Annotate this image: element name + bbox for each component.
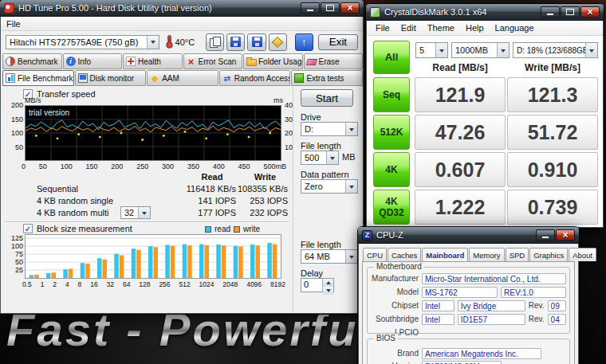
tab-extra-tests[interactable]: Extra tests [291, 70, 363, 86]
tab-mainboard[interactable]: Mainboard [422, 248, 468, 261]
tab-label: Info [78, 57, 92, 66]
x-tick-label: 1024 [199, 280, 214, 288]
4k-write-value: 0.910 [507, 152, 598, 187]
model-revision-value: REV:1.0 [501, 287, 566, 298]
tab-benchmark[interactable]: Benchmark [2, 53, 62, 69]
transfer-speed-label: Transfer speed [37, 89, 96, 99]
tab-label: Erase [319, 57, 340, 66]
cdm-titlebar[interactable]: CrystalDiskMark 3.0.1 x64 [366, 4, 604, 21]
x-tick-label: 250 [136, 162, 148, 170]
write-legend-swatch [234, 226, 240, 233]
southbridge-vendor-value: Intel [422, 314, 454, 325]
seq-write-value: 121.3 [507, 77, 598, 112]
cdm-caption-buttons [541, 6, 600, 18]
tab-random-access[interactable]: Random Access [219, 70, 291, 86]
x-tick-label: 512 [179, 280, 190, 288]
file-length-unit: MB [342, 152, 356, 162]
spin-up-icon[interactable] [323, 279, 333, 287]
menu-item[interactable]: Help [460, 23, 490, 33]
chipset-row: Chipset Intel Ivy Bridge Rev. 09 [371, 299, 566, 311]
close-button[interactable] [340, 2, 360, 14]
x-tick-label: 300 [162, 162, 174, 170]
cpuz-tabs: CPU Caches Mainboard Memory SPD Graphics… [363, 248, 597, 261]
tab-memory[interactable]: Memory [469, 248, 504, 261]
4k-qd32-test-button[interactable]: 4K QD32 [373, 190, 410, 225]
aam-icon [150, 73, 159, 83]
tab-about[interactable]: About [569, 248, 596, 261]
tab-folder-usage[interactable]: Folder Usage [243, 53, 303, 69]
block-file-length-select[interactable]: 64 MB [301, 249, 358, 264]
crystaldiskmark-window: CrystalDiskMark 3.0.1 x64 FileEditThemeH… [366, 4, 604, 228]
target-drive-select[interactable]: D: [301, 122, 358, 136]
monitor-icon [78, 73, 88, 83]
512k-test-button[interactable]: 512K [373, 115, 410, 150]
file-length-select[interactable]: 500 [301, 151, 339, 165]
close-button[interactable] [580, 6, 600, 18]
minimize-button[interactable] [541, 6, 560, 18]
data-pattern-select[interactable]: Zero [301, 179, 358, 194]
target-drive-value: D: [305, 124, 345, 134]
tab-info[interactable]: Info [63, 53, 123, 69]
data-pattern-value: Zero [305, 182, 345, 191]
folder-icon [246, 57, 256, 66]
queue-depth-select[interactable]: 32 [120, 206, 151, 219]
drive-model-select[interactable]: Hitachi HTS727575A9E (750 gB) [6, 35, 159, 49]
y-right-unit: ms [273, 96, 283, 104]
tab-erase[interactable]: Erase [304, 53, 364, 69]
4k-test-button[interactable]: 4K [373, 152, 410, 187]
southbridge-name-value: ID1E57 [458, 314, 525, 325]
test-size-value: 1000MB [455, 45, 497, 55]
close-button[interactable] [556, 229, 575, 241]
write-legend-label: write [243, 225, 260, 233]
menu-item[interactable]: File [370, 23, 395, 33]
result-write-value: 232 IOPS [224, 208, 288, 217]
tab-health[interactable]: Health [123, 53, 183, 69]
tab-spd[interactable]: SPD [506, 248, 529, 261]
test-count-select[interactable]: 5 [415, 42, 448, 58]
y-tick-label: 50 [2, 143, 23, 151]
seq-test-button[interactable]: Seq [373, 77, 410, 112]
bios-version-row: Version E1762IMS.30M [371, 360, 566, 364]
tab-error-scan[interactable]: Error Scan [183, 53, 243, 69]
tab-disk-monitor[interactable]: Disk monitor [75, 70, 147, 86]
tab-label: Benchmark [18, 57, 58, 66]
block-y-ticks: 125100755025 [2, 234, 23, 274]
tab-caches[interactable]: Caches [388, 248, 421, 261]
read-column-header: Read [188, 172, 236, 182]
all-test-button[interactable]: All [373, 41, 410, 74]
upload-results-button[interactable] [295, 33, 313, 51]
menu-file[interactable]: File [6, 19, 21, 29]
cdm-title: CrystalDiskMark 3.0.1 x64 [384, 7, 486, 17]
cpuz-titlebar[interactable]: Z CPU-Z [358, 227, 579, 244]
x-tick-label: 4096 [246, 280, 262, 288]
add-label-button[interactable] [269, 33, 287, 51]
test-size-select[interactable]: 1000MB [451, 42, 510, 58]
x-tick-label: 50 [39, 162, 47, 170]
maximize-button[interactable] [321, 2, 340, 14]
hdtune-titlebar[interactable]: HD Tune Pro 5.00 - Hard Disk Utility (tr… [0, 0, 364, 17]
dropdown-arrow-icon [497, 43, 509, 57]
hdtune-tab-row-2: File Benchmark Disk monitor AAM Random A… [2, 70, 363, 86]
delay-spinner[interactable]: 0 [301, 278, 334, 292]
copy-screenshot-button[interactable] [206, 33, 224, 51]
file-length-value: 500 [305, 153, 326, 162]
block-size-checkbox[interactable]: Block size measurement [23, 224, 132, 233]
dropdown-arrow-icon [585, 43, 597, 57]
menu-item[interactable]: Theme [422, 23, 460, 33]
exit-button[interactable]: Exit [318, 34, 358, 50]
menu-item[interactable]: Edit [395, 23, 422, 33]
tab-graphics[interactable]: Graphics [529, 248, 568, 261]
menu-item[interactable]: Language [490, 23, 540, 33]
tab-cpu[interactable]: CPU [363, 248, 387, 261]
target-drive-select[interactable]: D: 18% (123/688GB) [513, 42, 598, 58]
save-button[interactable] [226, 33, 245, 51]
tab-file-benchmark[interactable]: File Benchmark [2, 70, 74, 86]
save-as-button[interactable] [247, 33, 266, 51]
minimize-button[interactable] [536, 229, 555, 241]
transfer-chart: trial version [25, 105, 281, 161]
maximize-button[interactable] [561, 6, 580, 18]
minimize-button[interactable] [301, 2, 320, 14]
spin-down-icon[interactable] [323, 287, 333, 295]
start-button[interactable]: Start [301, 89, 353, 107]
tab-aam[interactable]: AAM [147, 70, 218, 86]
